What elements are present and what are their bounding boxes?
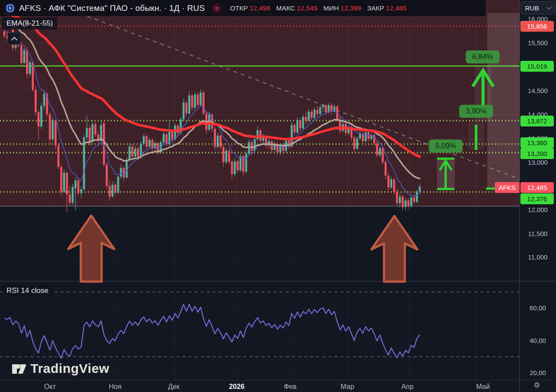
candle-body (410, 197, 412, 206)
candle-body (83, 137, 85, 189)
candle-body (191, 96, 193, 108)
symbol-logo-icon[interactable]: S (5, 3, 15, 13)
ohlc-value: 12,485 (386, 4, 406, 12)
candle-body (396, 192, 398, 203)
ohlc-pair: МАКС12,549 (276, 4, 318, 12)
ohlc-label: МИН (324, 4, 339, 12)
candle-body (57, 146, 60, 167)
rsi-axis-label: 40,00 (520, 337, 556, 344)
candle-body (242, 156, 245, 172)
time-axis-label[interactable]: Апр (401, 383, 414, 391)
percent-change-badge: 3,90% (459, 105, 493, 118)
candle-body (294, 125, 296, 133)
candle-body (131, 146, 133, 156)
ema-indicator-label[interactable]: EMA(8-21-55) (2, 17, 57, 30)
ohlc-pair: МИН12,399 (324, 4, 361, 12)
candle-body (123, 168, 125, 177)
time-axis-label[interactable]: 2026 (229, 383, 245, 391)
candle-body (49, 114, 51, 139)
candle-body (43, 93, 45, 106)
price-axis-label: 11,500 (520, 230, 556, 237)
candle-body (35, 90, 37, 113)
candle-body (228, 151, 230, 162)
price-axis-badge: 13,200 (520, 148, 554, 159)
price-axis-label: 14,500 (520, 87, 556, 94)
candle-body (384, 162, 387, 176)
candle-body (74, 180, 76, 189)
candle-body (171, 132, 173, 140)
candle-body (387, 176, 390, 187)
candle-body (234, 161, 236, 174)
time-axis-label[interactable]: Мар (341, 383, 354, 391)
price-axis-label: 12,000 (520, 206, 556, 213)
price-axis-label: 13,000 (520, 159, 556, 166)
time-axis-label[interactable]: Окт (44, 383, 56, 391)
time-axis-label[interactable]: Фев (284, 383, 297, 391)
afks-price-flag[interactable]: AFKS (495, 182, 520, 193)
ohlc-value: 12,399 (341, 4, 361, 12)
candle-body (197, 94, 199, 105)
candle-body (143, 136, 145, 144)
brown-up-arrow (68, 216, 114, 282)
currency-dropdown[interactable]: RUB (521, 1, 555, 14)
currency-value: RUB (525, 4, 539, 12)
candle-body (146, 136, 148, 146)
candle-body (26, 50, 28, 74)
candle-body (66, 173, 68, 194)
candle-body (77, 180, 79, 193)
candle-body (391, 179, 393, 188)
candle-body (407, 200, 410, 206)
rsi-line (4, 304, 420, 359)
price-axis-badge: 12,376 (520, 193, 554, 204)
time-axis-label[interactable]: Дек (168, 383, 180, 391)
collapse-pane-button[interactable] (7, 32, 21, 45)
time-axis-label[interactable]: Ноя (109, 383, 121, 391)
candle-body (137, 148, 139, 157)
candle-body (134, 148, 136, 156)
candle-body (165, 134, 168, 144)
candle-body (299, 120, 301, 129)
candle-body (188, 96, 190, 114)
price-axis-label: 15,500 (520, 39, 556, 47)
candle-body (194, 94, 196, 108)
candle-body (92, 124, 94, 142)
candle-body (163, 134, 165, 143)
candle-body (305, 117, 307, 121)
rsi-axis-label: 60,00 (520, 304, 556, 312)
time-axis-label[interactable]: Май (476, 383, 490, 391)
candle-body (257, 130, 259, 140)
price-axis-badge: 12,485 (520, 182, 554, 193)
candle-body (40, 106, 43, 126)
candle-body (23, 50, 26, 63)
candle-body (393, 179, 395, 192)
tradingview-logo-icon (11, 361, 27, 376)
candle-body (356, 138, 358, 149)
candle-body (29, 62, 31, 74)
candle-body (404, 200, 407, 207)
candle-body (231, 162, 233, 174)
candle-body (328, 105, 330, 112)
rsi-indicator-label[interactable]: RSI 14 close (2, 285, 53, 296)
candle-body (220, 136, 222, 147)
candle-body (69, 195, 71, 203)
candle-body (20, 45, 23, 63)
candle-body (245, 154, 247, 172)
approx-icon[interactable]: ≈ (212, 3, 222, 13)
candle-body (94, 124, 96, 135)
candle-body (63, 173, 65, 192)
candle-body (202, 93, 205, 113)
candle-body (72, 187, 74, 203)
ohlc-label: ОТКР (230, 4, 248, 12)
price-axis-badge: 15,856 (520, 21, 554, 32)
ohlc-label: МАКС (276, 4, 295, 12)
candle-body (225, 151, 228, 162)
brown-up-arrow (371, 216, 417, 282)
candle-body (103, 123, 105, 164)
settings-gear-icon[interactable]: ⚙ (531, 380, 543, 390)
symbol-title[interactable]: AFKS · АФК "Система" ПАО - обыкн. · 1Д ·… (19, 3, 205, 13)
chevron-up-icon (11, 37, 17, 43)
ohlc-value: 12,498 (249, 4, 270, 12)
candle-body (237, 161, 239, 170)
candle-body (185, 103, 188, 113)
candle-body (126, 160, 128, 178)
